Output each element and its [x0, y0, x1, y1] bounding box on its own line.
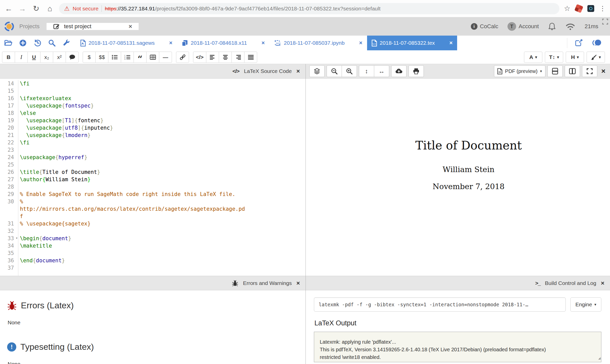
code-line[interactable]: 33▾\begin{document} — [0, 235, 306, 242]
build-panel-close-icon[interactable]: × — [601, 280, 604, 286]
file-tab-sagews[interactable]: 2018-11-07-085131.sagews × — [76, 36, 177, 50]
align-right-button[interactable] — [231, 52, 244, 63]
build-layers-button[interactable] — [309, 65, 325, 77]
forward-icon[interactable]: → — [18, 5, 27, 12]
code-text[interactable]: \usepackage{fontspec} — [18, 102, 246, 110]
code-text[interactable]: \usepackage[utf8]{inputenc} — [18, 124, 246, 132]
heading-dropdown[interactable]: H▾ — [566, 52, 584, 63]
justify-button[interactable] — [244, 52, 257, 63]
bold-button[interactable]: B — [2, 52, 15, 63]
share-icon[interactable] — [575, 39, 583, 47]
bullet-list-button[interactable] — [108, 52, 121, 63]
code-text[interactable] — [18, 161, 246, 169]
history-icon[interactable] — [34, 39, 41, 47]
align-center-button[interactable] — [219, 52, 232, 63]
code-text[interactable] — [18, 227, 246, 235]
code-text[interactable] — [18, 264, 246, 272]
code-line[interactable]: 32 — [0, 227, 306, 235]
resize-handle-icon[interactable]: ◢ — [598, 354, 601, 362]
preview-mode-dropdown[interactable]: PDF (preview) ▾ — [494, 65, 545, 77]
chat-icon[interactable] — [592, 39, 601, 47]
split-horizontal-button[interactable] — [547, 65, 563, 77]
fold-caret-icon[interactable]: ▾ — [16, 236, 18, 240]
comment-button[interactable] — [66, 52, 79, 63]
code-text[interactable]: % http://mirrors.ctan.org/macros/latex/c… — [18, 198, 246, 220]
wrench-icon[interactable] — [63, 39, 70, 47]
inline-math-button[interactable]: $ — [83, 52, 96, 63]
notifications-bell-icon[interactable] — [548, 22, 556, 31]
code-editor[interactable]: 14\fi1516\ifxetexorluatex17 \usepackage{… — [0, 79, 306, 276]
zoom-out-button[interactable] — [327, 65, 342, 77]
font-color-dropdown[interactable]: A▾ — [524, 52, 542, 63]
numbered-list-button[interactable]: 1 2 3 — [121, 52, 134, 63]
code-line[interactable]: 36\end{document} — [0, 257, 306, 264]
code-line[interactable]: 25 — [0, 161, 306, 169]
code-button[interactable]: </> — [193, 52, 206, 63]
project-tab[interactable]: test project × — [47, 23, 139, 30]
code-line[interactable]: 29% Enable SageTeX to run SageMath code … — [0, 191, 306, 198]
table-button[interactable] — [146, 52, 159, 63]
source-panel-close-icon[interactable]: × — [296, 68, 300, 74]
engine-dropdown[interactable]: Engine ▾ — [570, 297, 601, 312]
cocalc-logo-icon[interactable] — [4, 21, 14, 32]
code-text[interactable]: \author{William Stein} — [18, 176, 246, 183]
code-line[interactable]: 21 \usepackage{lmodern} — [0, 132, 306, 139]
code-text[interactable] — [18, 87, 246, 95]
projects-nav-label[interactable]: Projects — [19, 23, 39, 30]
code-line[interactable]: 18\else — [0, 110, 306, 117]
file-tab-ipynb[interactable]: ipynb 2018-11-07-085037.ipynb × — [269, 36, 367, 50]
link-button[interactable] — [176, 52, 189, 63]
superscript-button[interactable]: x² — [53, 52, 66, 63]
code-text[interactable]: \maketitle — [18, 242, 246, 250]
tab-close-icon[interactable]: × — [169, 40, 172, 46]
preview-panel-close-icon[interactable]: × — [599, 67, 610, 75]
display-math-button[interactable]: $$ — [95, 52, 108, 63]
format-brush-dropdown[interactable]: ▾ — [587, 52, 605, 63]
horizontal-rule-button[interactable]: — — [159, 52, 172, 63]
tab-close-icon[interactable]: × — [262, 40, 265, 46]
code-text[interactable]: \usepackage{hyperref} — [18, 154, 246, 161]
code-line[interactable]: 30% http://mirrors.ctan.org/macros/latex… — [0, 198, 306, 220]
extension-react-icon[interactable] — [587, 5, 594, 12]
code-line[interactable]: 23 — [0, 146, 306, 154]
subscript-button[interactable]: x₂ — [40, 52, 53, 63]
code-line[interactable]: 26\title{Title of Document} — [0, 169, 306, 176]
italic-button[interactable]: I — [15, 52, 28, 63]
browser-menu-icon[interactable]: ⋮ — [599, 5, 606, 12]
code-text[interactable]: % \usepackage{sagetex} — [18, 220, 246, 227]
code-text[interactable] — [18, 146, 246, 154]
fit-height-button[interactable]: ↕ — [359, 65, 374, 77]
open-folder-icon[interactable] — [4, 40, 12, 46]
code-text[interactable]: \ifxetexorluatex — [18, 95, 246, 102]
code-line[interactable]: 15 — [0, 87, 306, 95]
zoom-in-button[interactable] — [342, 65, 357, 77]
code-text[interactable]: \title{Title of Document} — [18, 169, 246, 176]
code-line[interactable]: 19 \usepackage[T1]{fontenc} — [0, 117, 306, 124]
download-button[interactable] — [391, 65, 406, 77]
home-icon[interactable]: ⌂ — [45, 5, 54, 12]
new-file-plus-icon[interactable] — [19, 39, 26, 47]
project-tab-close-icon[interactable]: × — [128, 23, 132, 30]
code-line[interactable]: 37 — [0, 264, 306, 272]
code-text[interactable] — [18, 250, 246, 257]
cocalc-info-item[interactable]: i CoCalc — [471, 23, 498, 30]
fullscreen-corner-icon[interactable] — [602, 18, 608, 25]
code-text[interactable]: \usepackage{lmodern} — [18, 132, 246, 139]
blockquote-button[interactable]: “ — [134, 52, 147, 63]
code-text[interactable]: \usepackage[T1]{fontenc} — [18, 117, 246, 124]
tab-close-icon[interactable]: × — [449, 40, 453, 46]
fullscreen-button[interactable] — [582, 65, 597, 77]
bookmark-star-icon[interactable]: ☆ — [564, 4, 570, 13]
code-line[interactable]: 17 \usepackage{fontspec} — [0, 102, 306, 110]
code-text[interactable]: \fi — [18, 80, 246, 87]
search-icon[interactable] — [48, 39, 55, 47]
code-text[interactable]: \else — [18, 110, 246, 117]
code-line[interactable]: 28 — [0, 183, 306, 191]
underline-button[interactable]: U — [27, 52, 40, 63]
file-tab-tex-active[interactable]: TeX 2018-11-07-085322.tex × — [367, 36, 457, 50]
address-bar[interactable]: ⚠ Not secure https://35.227.184.91/proje… — [59, 3, 559, 14]
extension-pinwheel-icon[interactable] — [574, 4, 583, 13]
build-command-input[interactable]: latexmk -pdf -f -g -bibtex -synctex=1 -i… — [314, 297, 566, 312]
code-text[interactable]: \fi — [18, 139, 246, 146]
file-tab-x11[interactable]: 2018-11-07-084618.x11 × — [177, 36, 269, 50]
